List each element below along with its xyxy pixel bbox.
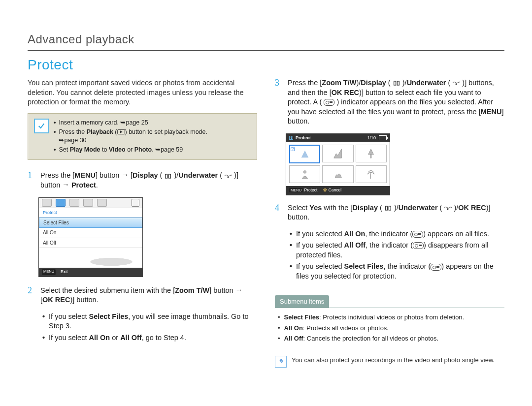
lcd-thumb [322, 145, 353, 162]
display-icon [164, 173, 172, 179]
key-icon [431, 264, 441, 271]
step-3: 3 Press the [Zoom T/W)/Display ( )/Under… [275, 78, 504, 126]
step-2: 2 Select the desired submenu item with t… [28, 286, 257, 305]
lcd-thumb [322, 165, 353, 183]
right-column: 3 Press the [Zoom T/W)/Display ( )/Under… [275, 78, 504, 368]
lcd-screenshot-thumbnails: ⚿Protect 1/10 ⚿ MENU Protect ✿ Cancel [286, 133, 390, 195]
step-1: 1 Press the [MENU] button → [Display ( )… [28, 171, 257, 190]
underwater-icon [452, 80, 460, 86]
check-icon [34, 119, 49, 133]
lcd-thumb [356, 145, 387, 162]
lcd2-counter: 1/10 [367, 135, 376, 141]
section-title: Protect [28, 56, 504, 74]
svg-rect-3 [394, 81, 396, 85]
lcd-menu-item: All On [39, 228, 142, 238]
svg-rect-6 [386, 206, 388, 210]
svg-rect-4 [397, 81, 399, 85]
prereq-box: •Insert a memory card. ➥page 25 •Press t… [28, 113, 257, 160]
step-number: 4 [275, 203, 282, 222]
step-4-bullets: •If you selected All On, the indicator (… [290, 229, 504, 281]
display-icon [384, 205, 392, 211]
lcd-footer-exit: Exit [61, 269, 67, 275]
playback-icon [117, 129, 125, 135]
underwater-icon [224, 173, 232, 179]
tip-text: You can also protect your recordings in … [292, 356, 495, 365]
note-icon: ✎ [275, 356, 287, 368]
lcd-menu-item-selected: Select Files [39, 218, 142, 228]
step-number: 3 [275, 78, 282, 126]
svg-rect-2 [169, 174, 171, 178]
svg-rect-1 [166, 174, 167, 178]
svg-rect-7 [389, 206, 391, 210]
lcd-thumb [356, 165, 387, 183]
underwater-icon [444, 205, 452, 211]
lcd-chip: MENU [42, 269, 56, 275]
submenu-box: •Select Files: Protects individual video… [275, 308, 504, 348]
lcd2-title: Protect [296, 135, 311, 141]
prereq-list: •Insert a memory card. ➥page 25 •Press t… [54, 119, 207, 155]
key-icon [324, 99, 334, 106]
step-2-bullets: •If you select Select Files, you will se… [42, 312, 257, 343]
lcd-screenshot-menu: Protect Select Files All On All Off MENU… [38, 197, 143, 277]
svg-point-5 [303, 171, 306, 174]
intro-text: You can protect important saved videos o… [28, 78, 257, 107]
lcd-menu-title: Protect [39, 208, 142, 218]
lcd-menu-item: All Off [39, 238, 142, 249]
key-icon [413, 242, 424, 249]
page-breadcrumb: Advanced playback [28, 31, 504, 51]
lcd2-footer-cancel: Cancel [329, 187, 341, 192]
lcd-thumb [289, 165, 320, 183]
lcd2-footer-protect: Protect [304, 187, 317, 192]
left-column: You can protect important saved videos o… [28, 78, 257, 368]
key-icon [412, 231, 423, 238]
key-icon: ⚿ [289, 135, 294, 141]
lcd-thumb-selected: ⚿ [289, 145, 320, 163]
battery-icon [379, 135, 387, 140]
display-icon [393, 80, 400, 86]
step-number: 2 [28, 286, 34, 305]
step-number: 1 [28, 171, 34, 190]
lcd-chip: MENU [289, 188, 303, 192]
step-4: 4 Select Yes with the [Display ( )/Under… [275, 203, 504, 222]
tip-note: ✎ You can also protect your recordings i… [275, 356, 504, 368]
submenu-tab: Submenu items [275, 295, 329, 308]
